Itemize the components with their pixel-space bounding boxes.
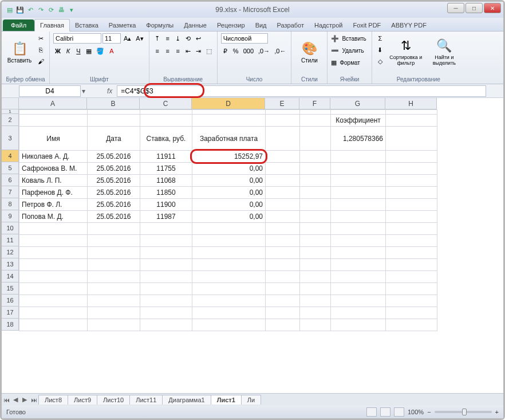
cell-D9[interactable]: 0,00 (192, 211, 266, 223)
row-header-14[interactable]: 14 (2, 270, 19, 282)
cell-D3[interactable]: Заработная плата (192, 127, 266, 151)
zoom-slider[interactable] (435, 411, 492, 413)
cell-A5[interactable]: Сафронова В. М. (19, 163, 88, 175)
fill-icon[interactable]: ⬇ (376, 45, 385, 55)
decrease-decimal-icon[interactable]: ,0← (273, 46, 287, 56)
format-painter-icon[interactable]: 🖌 (36, 56, 46, 66)
border-icon[interactable]: ▦ (84, 46, 93, 56)
save-icon[interactable]: 💾 (15, 5, 25, 14)
italic-button[interactable]: К (64, 46, 73, 56)
decrease-indent-icon[interactable]: ⇤ (184, 46, 193, 56)
cell-C7[interactable]: 11850 (140, 187, 192, 199)
row-header-5[interactable]: 5 (2, 162, 19, 174)
align-right-icon[interactable]: ≡ (173, 46, 183, 56)
wrap-text-icon[interactable]: ↩ (194, 33, 203, 44)
currency-icon[interactable]: ₽ (221, 46, 230, 56)
row-header-12[interactable]: 12 (2, 246, 19, 258)
cells-table[interactable]: Коэффициент Имя Дата Ставка, руб. Зарабо… (19, 109, 437, 331)
namebox-dropdown-icon[interactable]: ▾ (82, 87, 85, 95)
cell-D7[interactable]: 0,00 (192, 187, 266, 199)
cell-C3[interactable]: Ставка, руб. (140, 127, 192, 151)
col-header-F[interactable]: F (299, 98, 330, 109)
cell-A8[interactable]: Петров Ф. Л. (19, 199, 88, 211)
row-header-10[interactable]: 10 (2, 222, 19, 234)
row-header-4[interactable]: 4 (2, 150, 19, 162)
sort-filter-button[interactable]: ⇅Сортировка и фильтр (387, 33, 425, 71)
select-all-corner[interactable] (2, 98, 19, 109)
file-tab[interactable]: Файл (3, 19, 34, 31)
cut-icon[interactable]: ✂ (36, 33, 46, 44)
row-header-15[interactable]: 15 (2, 282, 19, 295)
number-format-select[interactable] (221, 33, 268, 44)
col-header-B[interactable]: B (87, 98, 140, 109)
find-select-button[interactable]: 🔍Найти и выделить (427, 33, 461, 71)
sheet-tab-5[interactable]: Лист1 (211, 395, 242, 405)
row-header-17[interactable]: 17 (2, 307, 19, 319)
copy-icon[interactable]: ⎘ (36, 45, 46, 55)
col-header-H[interactable]: H (385, 98, 437, 109)
paste-button[interactable]: 📋Вставить (5, 33, 34, 71)
row-header-16[interactable]: 16 (2, 295, 19, 307)
decrease-font-icon[interactable]: A▾ (134, 33, 145, 44)
col-header-C[interactable]: C (140, 98, 192, 109)
cell-A7[interactable]: Парфенов Д. Ф. (19, 187, 88, 199)
fx-icon[interactable]: fx (107, 87, 112, 95)
clear-icon[interactable]: ◇ (376, 56, 385, 66)
font-color-icon[interactable]: A (107, 46, 116, 56)
increase-font-icon[interactable]: A▴ (122, 33, 133, 44)
tab-addins[interactable]: Надстрой (309, 19, 348, 31)
col-header-G[interactable]: G (330, 98, 385, 109)
tab-foxit[interactable]: Foxit PDF (348, 19, 386, 31)
font-name-select[interactable] (53, 33, 101, 44)
cell-C4[interactable]: 11911 (140, 151, 192, 163)
cell-G2[interactable]: Коэффициент (331, 115, 386, 127)
underline-button[interactable]: Ч (74, 46, 83, 56)
row-headers[interactable]: 1 2 3 4 5 6 7 8 9 10 11 12 13 14 15 16 1… (2, 109, 19, 331)
cell-C6[interactable]: 11068 (140, 175, 192, 187)
align-bottom-icon[interactable]: ⤓ (173, 33, 183, 44)
cell-B5[interactable]: 25.05.2016 (88, 163, 140, 175)
sheet-tab-0[interactable]: Лист8 (38, 395, 68, 405)
zoom-out-icon[interactable]: − (427, 409, 431, 415)
cell-B7[interactable]: 25.05.2016 (88, 187, 140, 199)
row-header-8[interactable]: 8 (2, 198, 19, 210)
row-header-2[interactable]: 2 (2, 114, 19, 126)
sheet-nav-last-icon[interactable]: ⏭ (29, 397, 38, 403)
increase-decimal-icon[interactable]: ,0→ (257, 46, 271, 56)
zoom-level[interactable]: 100% (408, 409, 424, 415)
sheet-nav-next-icon[interactable]: ▶ (20, 396, 29, 403)
align-middle-icon[interactable]: ≡ (163, 33, 172, 44)
row-header-3[interactable]: 3 (2, 126, 19, 150)
maximize-button[interactable]: □ (465, 3, 483, 13)
minimize-button[interactable]: ─ (447, 3, 464, 13)
align-left-icon[interactable]: ≡ (153, 46, 162, 56)
cell-D4[interactable]: 15252,97 (192, 151, 266, 163)
cell-B3[interactable]: Дата (88, 127, 140, 151)
tab-layout[interactable]: Разметка (104, 19, 141, 31)
orientation-icon[interactable]: ⟲ (184, 33, 193, 44)
zoom-in-icon[interactable]: + (495, 409, 499, 415)
sheet-tab-2[interactable]: Лист10 (97, 395, 130, 405)
formula-input[interactable]: =C4*$G$3 (117, 85, 486, 97)
fill-color-icon[interactable]: 🪣 (94, 46, 106, 56)
row-header-9[interactable]: 9 (2, 210, 19, 222)
row-header-1[interactable]: 1 (2, 109, 19, 114)
cell-A6[interactable]: Коваль Л. П. (19, 175, 88, 187)
sheet-tab-4[interactable]: Диаграмма1 (162, 395, 211, 405)
cell-D5[interactable]: 0,00 (192, 163, 266, 175)
cell-C9[interactable]: 11987 (140, 211, 192, 223)
align-top-icon[interactable]: ⤒ (153, 33, 162, 44)
sheet-nav-prev-icon[interactable]: ◀ (11, 396, 20, 403)
tab-data[interactable]: Данные (179, 19, 212, 31)
cell-C5[interactable]: 11755 (140, 163, 192, 175)
tab-home[interactable]: Главная (34, 19, 70, 32)
row-header-7[interactable]: 7 (2, 186, 19, 198)
close-button[interactable]: ✕ (484, 3, 501, 13)
autosum-icon[interactable]: Σ (376, 33, 385, 44)
cell-A9[interactable]: Попова М. Д. (19, 211, 88, 223)
view-pagebreak-icon[interactable] (394, 407, 404, 417)
percent-icon[interactable]: % (231, 46, 240, 56)
qat-dropdown-icon[interactable]: ▾ (67, 5, 76, 14)
view-layout-icon[interactable] (380, 407, 390, 417)
name-box[interactable]: D4 (19, 85, 81, 97)
